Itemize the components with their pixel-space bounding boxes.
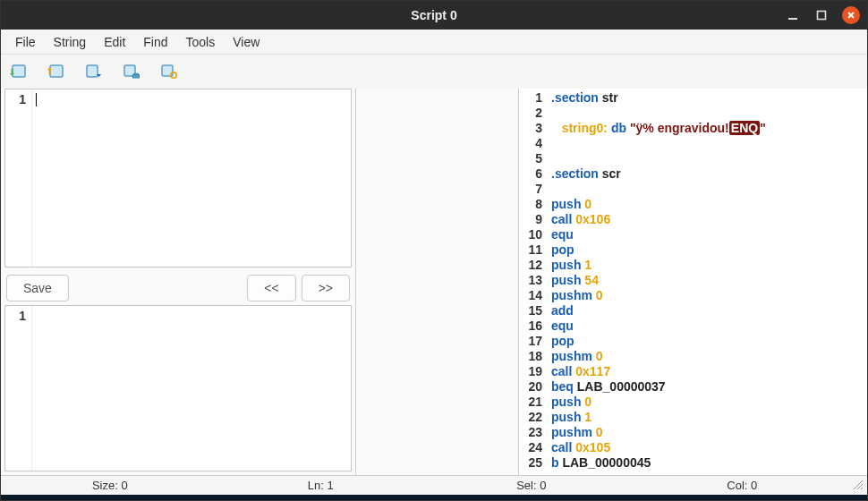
asm-line: equ — [551, 318, 865, 334]
line-number: 10 — [521, 227, 542, 242]
output-editor-gutter: 1 — [5, 306, 32, 471]
line-number: 15 — [521, 303, 542, 318]
refresh-icon[interactable] — [158, 62, 178, 81]
left-column: 1 Save << >> 1 — [1, 89, 356, 475]
maximize-button[interactable] — [813, 7, 830, 23]
window-controls — [785, 6, 860, 24]
line-number: 11 — [521, 242, 542, 258]
line-number: 4 — [521, 136, 542, 151]
svg-line-14 — [861, 488, 863, 489]
asm-line — [551, 151, 865, 166]
asm-line: add — [551, 303, 865, 318]
export-icon[interactable] — [46, 62, 65, 81]
menubar: File String Edit Find Tools View — [1, 30, 867, 55]
toolbar — [1, 55, 867, 89]
disassembly-panel[interactable]: 1234567891011121314151617181920212223242… — [518, 89, 867, 475]
asm-line: push 0 — [551, 395, 865, 410]
asm-line: pushm 0 — [551, 425, 865, 440]
text-cursor — [36, 93, 37, 106]
menu-find[interactable]: Find — [134, 31, 176, 53]
line-number: 25 — [521, 455, 542, 471]
line-number: 21 — [521, 395, 542, 410]
asm-line: pop — [551, 334, 865, 349]
status-selection: Sel: 0 — [426, 479, 637, 492]
svg-rect-6 — [87, 65, 98, 77]
bottom-strip — [1, 495, 867, 500]
import-icon[interactable] — [8, 62, 28, 81]
source-editor[interactable]: 1 — [4, 89, 352, 267]
mid-column — [356, 89, 518, 475]
status-column: Col: 0 — [637, 479, 848, 492]
asm-line: push 54 — [551, 273, 865, 288]
asm-line: equ — [551, 227, 865, 242]
asm-line — [551, 136, 865, 151]
next-button[interactable]: >> — [302, 275, 350, 301]
svg-rect-4 — [13, 65, 25, 77]
line-number: 14 — [521, 288, 542, 303]
save-button[interactable]: Save — [6, 275, 69, 301]
menu-tools[interactable]: Tools — [177, 31, 225, 53]
asm-line: .section scr — [551, 166, 865, 182]
titlebar: Script 0 — [1, 1, 867, 30]
line-number: 24 — [521, 440, 542, 455]
line-number: 6 — [521, 166, 542, 182]
source-editor-gutter: 1 — [5, 89, 32, 267]
asm-line: call 0x105 — [551, 440, 865, 455]
svg-rect-1 — [818, 12, 826, 20]
asm-line: pop — [551, 242, 865, 258]
asm-line: b LAB_00000045 — [551, 455, 865, 471]
line-number: 23 — [521, 425, 542, 440]
asm-line: call 0x106 — [551, 212, 865, 227]
status-size: Size: 0 — [4, 479, 216, 492]
menu-view[interactable]: View — [224, 31, 268, 53]
minimize-button[interactable] — [785, 7, 801, 23]
line-number: 7 — [521, 182, 542, 197]
line-number: 18 — [521, 349, 542, 364]
line-number: 16 — [521, 318, 542, 334]
output-editor-body[interactable] — [32, 306, 351, 471]
asm-line: beq LAB_00000037 — [551, 379, 865, 395]
line-number: 20 — [521, 379, 542, 395]
line-number: 1 — [521, 90, 542, 106]
asm-line: push 0 — [551, 197, 865, 212]
line-number: 8 — [521, 197, 542, 212]
asm-gutter: 1234567891011121314151617181920212223242… — [519, 89, 549, 475]
svg-rect-5 — [50, 65, 63, 77]
line-number: 2 — [521, 106, 542, 121]
asm-line: pushm 0 — [551, 349, 865, 364]
line-number: 19 — [521, 364, 542, 379]
source-editor-body[interactable] — [32, 89, 351, 267]
main-area: 1 Save << >> 1 1234567891011121314151617… — [1, 89, 867, 475]
button-row: Save << >> — [1, 271, 355, 305]
close-button[interactable] — [842, 6, 860, 24]
line-number: 12 — [521, 258, 542, 273]
line-number: 1 — [7, 91, 26, 107]
asm-line: pushm 0 — [551, 288, 865, 303]
statusbar: Size: 0 Ln: 1 Sel: 0 Col: 0 — [1, 475, 867, 495]
asm-line — [551, 182, 865, 197]
asm-line: .section str — [551, 90, 865, 106]
asm-line: push 1 — [551, 410, 865, 425]
menu-string[interactable]: String — [45, 31, 96, 53]
window-title: Script 0 — [411, 8, 456, 22]
resize-grip[interactable] — [847, 478, 864, 493]
svg-rect-9 — [133, 75, 140, 78]
print-icon[interactable] — [83, 62, 103, 81]
asm-line: call 0x117 — [551, 364, 865, 379]
status-line: Ln: 1 — [216, 479, 427, 492]
line-number: 9 — [521, 212, 542, 227]
line-number: 13 — [521, 273, 542, 288]
line-number: 1 — [7, 308, 26, 324]
asm-line: string0: db "ÿ% engravidou!ENQ" — [551, 121, 865, 136]
db-icon[interactable] — [121, 62, 140, 81]
output-editor[interactable]: 1 — [4, 305, 352, 471]
menu-file[interactable]: File — [6, 31, 45, 53]
line-number: 3 — [521, 121, 542, 136]
asm-body[interactable]: .section str string0: db "ÿ% engravidou!… — [549, 89, 867, 475]
line-number: 22 — [521, 410, 542, 425]
menu-edit[interactable]: Edit — [95, 31, 134, 53]
line-number: 5 — [521, 151, 542, 166]
prev-button[interactable]: << — [247, 275, 295, 301]
line-number: 17 — [521, 334, 542, 349]
asm-line: push 1 — [551, 258, 865, 273]
